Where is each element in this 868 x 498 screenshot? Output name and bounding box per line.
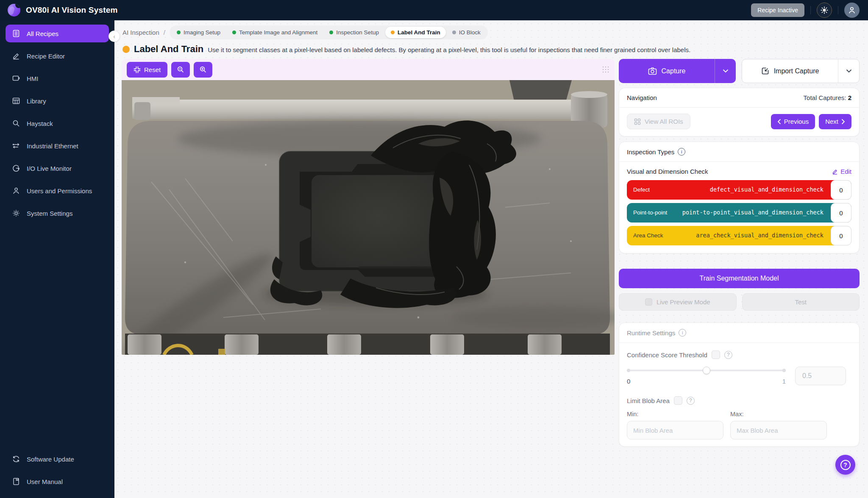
- preview-test-row: Live Preview Mode Test: [619, 293, 860, 311]
- step-template-image-alignment[interactable]: Template Image and Alignment: [227, 27, 323, 38]
- sidebar-item-label: Software Update: [27, 456, 74, 463]
- inspection-row-label: Point-to-point: [633, 210, 667, 216]
- total-captures-value: 2: [848, 94, 851, 101]
- total-captures: Total Captures: 2: [804, 94, 851, 101]
- import-icon: [761, 67, 769, 75]
- reset-label: Reset: [144, 66, 161, 73]
- check-group-row: Visual and Dimension Check Edit: [627, 168, 851, 175]
- breadcrumb: AI Inspection / Imaging Setup Template I…: [122, 25, 860, 39]
- user-icon: [12, 186, 20, 195]
- min-blob-area-input[interactable]: [627, 421, 723, 440]
- help-fab-button[interactable]: ?: [835, 455, 855, 475]
- inspection-row-count: 0: [831, 226, 851, 245]
- help-tooltip-icon[interactable]: ?: [724, 351, 732, 359]
- slider-handle[interactable]: [703, 367, 710, 374]
- train-segmentation-model-button[interactable]: Train Segmentation Model: [619, 269, 860, 288]
- sidebar-item-software-update[interactable]: Software Update: [6, 450, 109, 468]
- right-panel: Capture Import Capture: [619, 59, 860, 452]
- navigation-controls: View All ROIs Previous Next: [619, 108, 859, 136]
- sidebar-item-label: HMI: [27, 75, 39, 82]
- sidebar-item-label: All Recipes: [27, 30, 58, 37]
- info-icon[interactable]: i: [679, 329, 686, 337]
- recipe-status-badge: Recipe Inactive: [751, 3, 804, 17]
- step-label: Label And Train: [398, 29, 440, 36]
- captured-part-image[interactable]: [122, 80, 615, 355]
- capture-button[interactable]: Capture: [619, 59, 715, 83]
- divider: [838, 6, 838, 14]
- theme-toggle-button[interactable]: [817, 3, 832, 18]
- inspection-types-header: Inspection Types i: [619, 142, 859, 161]
- sidebar-item-recipe-editor[interactable]: Recipe Editor: [6, 47, 109, 65]
- edit-link[interactable]: Edit: [832, 168, 851, 175]
- sidebar-item-library[interactable]: Library: [6, 92, 109, 110]
- inspection-row-point-to-point[interactable]: Point-to-point point-to-point_visual_and…: [627, 203, 851, 223]
- inspection-row-area-check[interactable]: Area Check area_check_visual_and_dimensi…: [627, 226, 851, 245]
- confidence-threshold-checkbox[interactable]: [712, 351, 720, 359]
- user-avatar[interactable]: [844, 3, 860, 18]
- live-preview-label: Live Preview Mode: [657, 298, 710, 306]
- inspection-types-title: Inspection Types: [627, 148, 674, 156]
- sidebar-item-label: System Settings: [27, 210, 72, 217]
- zoom-out-icon: [177, 66, 184, 73]
- breadcrumb-separator: /: [164, 29, 165, 36]
- sidebar-item-label: Users and Permissions: [27, 187, 92, 195]
- step-io-block[interactable]: IO Block: [447, 27, 486, 38]
- workflow-stepper: Imaging Setup Template Image and Alignme…: [170, 25, 488, 39]
- person-icon: [848, 6, 856, 14]
- runtime-settings-header: Runtime Settings i: [619, 323, 859, 342]
- sidebar-item-hmi[interactable]: HMI: [6, 70, 109, 87]
- import-capture-button[interactable]: Import Capture: [742, 59, 838, 83]
- previous-button[interactable]: Previous: [771, 114, 815, 129]
- slider-end-min: [627, 369, 630, 372]
- sidebar-item-io-live-monitor[interactable]: I/O Live Monitor: [6, 159, 109, 177]
- capture-viewer: Reset: [122, 59, 615, 355]
- sidebar-item-all-recipes[interactable]: All Recipes: [6, 25, 109, 42]
- sidebar-item-haystack[interactable]: Haystack: [6, 114, 109, 132]
- import-dropdown-button[interactable]: [838, 59, 859, 83]
- prev-next-group: Previous Next: [771, 114, 851, 129]
- sidebar-collapse-button[interactable]: ‹: [108, 31, 120, 42]
- max-blob-area-input[interactable]: [730, 421, 827, 440]
- capture-dropdown-button[interactable]: [715, 59, 736, 83]
- slider-min-label: 0: [627, 378, 630, 385]
- inspection-row-defect[interactable]: Defect defect_visual_and_dimension_check…: [627, 180, 851, 200]
- limit-blob-area-checkbox[interactable]: [674, 396, 682, 405]
- blob-area-inputs: Min: Max:: [627, 411, 851, 440]
- view-all-rois-button[interactable]: View All ROIs: [627, 114, 690, 129]
- step-label: IO Block: [459, 29, 481, 36]
- confidence-value-input[interactable]: [795, 367, 846, 385]
- step-status-dot: [452, 31, 456, 34]
- edit-label: Edit: [840, 168, 851, 175]
- app-title: OV80i AI Vision System: [26, 6, 118, 15]
- sidebar-item-system-settings[interactable]: System Settings: [6, 204, 109, 222]
- step-inspection-setup[interactable]: Inspection Setup: [324, 27, 384, 38]
- inspection-row-count: 0: [831, 180, 851, 200]
- table-icon: [12, 97, 20, 105]
- next-button[interactable]: Next: [819, 114, 851, 129]
- confidence-slider[interactable]: [627, 367, 786, 374]
- import-capture-label: Import Capture: [774, 67, 819, 75]
- step-status-dot: [391, 31, 395, 34]
- info-icon[interactable]: i: [678, 148, 685, 156]
- live-preview-mode-button[interactable]: Live Preview Mode: [619, 293, 737, 311]
- runtime-settings-card: Runtime Settings i Confidence Score Thre…: [619, 323, 860, 447]
- test-button[interactable]: Test: [742, 293, 860, 311]
- step-label-and-train[interactable]: Label And Train: [385, 27, 446, 38]
- step-imaging-setup[interactable]: Imaging Setup: [171, 27, 226, 38]
- capture-buttons-row: Capture Import Capture: [619, 59, 860, 83]
- sidebar-item-users-permissions[interactable]: Users and Permissions: [6, 182, 109, 200]
- inspection-types-card: Inspection Types i Visual and Dimension …: [619, 142, 860, 253]
- confidence-threshold-row: Confidence Score Threshold ?: [627, 351, 851, 359]
- fit-view-icon: [134, 66, 141, 73]
- sidebar-item-user-manual[interactable]: User Manual: [6, 473, 109, 490]
- chevron-right-icon: [841, 119, 845, 125]
- max-blob-col: Max:: [730, 411, 827, 440]
- page-description: Use it to segment classes at a pixel-lev…: [208, 46, 690, 53]
- limit-blob-area-row: Limit Blob Area ?: [627, 396, 851, 405]
- zoom-out-button[interactable]: [171, 62, 190, 78]
- zoom-in-button[interactable]: [194, 62, 212, 78]
- breadcrumb-root[interactable]: AI Inspection: [122, 29, 159, 36]
- help-tooltip-icon[interactable]: ?: [687, 397, 695, 405]
- sidebar-item-industrial-ethernet[interactable]: Industrial Ethernet: [6, 137, 109, 155]
- reset-view-button[interactable]: Reset: [127, 62, 167, 78]
